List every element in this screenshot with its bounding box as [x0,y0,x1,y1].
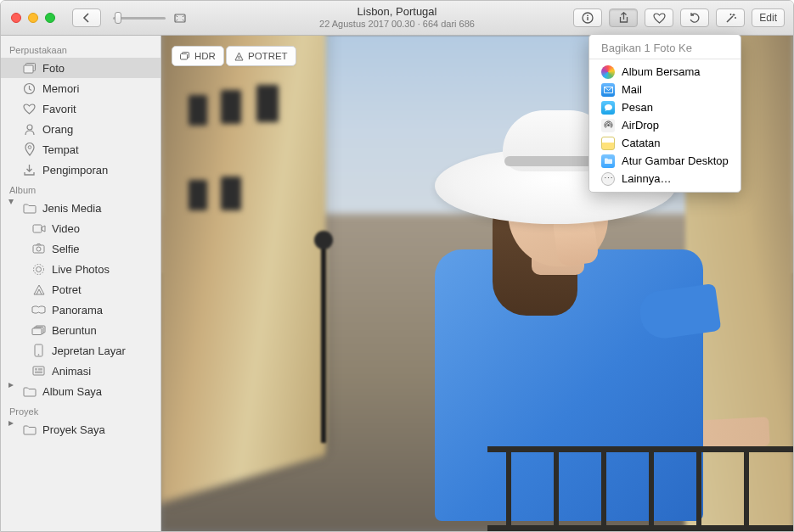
label: Jenis Media [42,202,101,215]
hdr-icon [180,52,190,60]
sidebar-item-album-saya[interactable]: Album Saya [1,381,160,401]
label: Orang [42,123,73,136]
svg-point-7 [27,125,32,130]
app-window: Lisbon, Portugal 22 Agustus 2017 00.30 ·… [0,0,794,532]
titlebar: Lisbon, Portugal 22 Agustus 2017 00.30 ·… [1,1,793,36]
label: Beruntun [52,324,97,337]
notes-icon [601,137,615,150]
share-item-desktop[interactable]: Atur Gambar Desktop [589,152,741,170]
selfie-icon [31,242,46,256]
sidebar-item-proyek-saya[interactable]: Proyek Saya [1,419,160,440]
svg-rect-5 [24,65,33,73]
heart-icon [653,13,666,24]
zoom-slider[interactable] [113,14,186,23]
share-menu: Bagikan 1 Foto Ke Album Bersama Mail Pes… [588,34,741,193]
rotate-button[interactable] [680,8,709,27]
svg-point-26 [607,124,610,126]
svg-point-12 [37,266,42,272]
share-item-notes[interactable]: Catatan [589,134,741,152]
svg-rect-24 [181,54,188,60]
shared-album-icon [601,65,615,79]
svg-point-8 [28,146,31,149]
airdrop-icon [601,119,615,132]
burst-icon [31,323,46,338]
expand-icon[interactable] [174,14,186,23]
title-area: Lisbon, Portugal 22 Agustus 2017 00.30 ·… [319,5,475,31]
slider-track [113,17,166,20]
svg-rect-21 [38,368,42,371]
badge-hdr: HDR [172,46,224,66]
label: Lainnya… [622,172,672,185]
sidebar-item-potret[interactable]: Potret [1,279,160,300]
portrait-icon [31,283,46,297]
sidebar-item-orang[interactable]: Orang [1,119,160,139]
sidebar-item-favorit[interactable]: Favorit [1,98,160,119]
label: Pengimporan [42,164,108,176]
share-button[interactable] [609,8,638,27]
label: AirDrop [622,119,659,132]
share-item-mail[interactable]: Mail [589,81,741,98]
info-button[interactable] [573,8,602,27]
rotate-icon [689,12,701,24]
disclosure-triangle[interactable] [7,381,14,389]
label: Panorama [52,304,103,316]
section-library: Perpustakaan [1,40,160,58]
folder-desktop-icon [601,154,615,168]
more-icon: ⋯ [601,172,615,186]
chevron-left-icon [82,13,91,23]
messages-icon [601,101,615,115]
disclosure-triangle[interactable] [7,419,14,427]
label: Atur Gambar Desktop [622,154,729,167]
sidebar-item-memori[interactable]: Memori [1,78,160,98]
section-proyek: Proyek [1,401,160,419]
label: Potret [52,283,82,296]
portrait-badge-icon [234,52,244,61]
sidebar-item-animasi[interactable]: Animasi [1,361,160,381]
sidebar-item-selfie[interactable]: Selfie [1,238,160,259]
svg-point-2 [587,14,588,16]
svg-point-13 [34,264,44,274]
sidebar-item-video[interactable]: Video [1,218,160,238]
pin-icon [22,143,37,157]
video-icon [31,221,46,236]
share-icon [618,12,629,25]
folder-icon [22,423,37,437]
edit-button[interactable]: Edit [752,8,785,27]
heart-icon [22,102,37,116]
svg-rect-20 [35,368,37,371]
label: Pesan [622,101,653,114]
sidebar-item-foto[interactable]: Foto [1,58,160,78]
folder-icon [22,384,37,399]
favorite-button[interactable] [645,8,673,27]
share-item-shared-album[interactable]: Album Bersama [589,63,741,81]
label: Favorit [42,103,76,115]
sidebar-item-jenis-media[interactable]: Jenis Media [1,198,160,218]
sidebar-item-jepretan-layar[interactable]: Jepretan Layar [1,340,160,361]
section-album: Album [1,180,160,198]
svg-rect-22 [35,372,42,374]
window-controls [11,13,55,23]
slider-thumb[interactable] [115,12,121,24]
sidebar-item-beruntun[interactable]: Beruntun [1,320,160,340]
sidebar-item-panorama[interactable]: Panorama [1,300,160,320]
sidebar-item-livephotos[interactable]: Live Photos [1,259,160,279]
sidebar-item-pengimporan[interactable]: Pengimporan [1,160,160,180]
enhance-button[interactable] [716,8,745,27]
sidebar-item-tempat[interactable]: Tempat [1,139,160,160]
share-item-messages[interactable]: Pesan [589,98,741,116]
close-window-button[interactable] [11,13,21,23]
share-item-more[interactable]: ⋯ Lainnya… [589,170,741,188]
person-icon [22,122,37,137]
import-icon [22,163,37,177]
svg-rect-3 [588,17,588,20]
share-item-airdrop[interactable]: AirDrop [589,116,741,134]
minimize-window-button[interactable] [28,13,38,23]
label: Jepretan Layar [52,344,126,357]
back-button[interactable] [72,8,101,27]
label: Album Saya [42,385,102,398]
photos-icon [22,61,37,76]
label: Animasi [52,365,91,378]
disclosure-triangle[interactable] [7,198,14,205]
svg-rect-16 [32,328,42,335]
fullscreen-window-button[interactable] [45,13,55,23]
